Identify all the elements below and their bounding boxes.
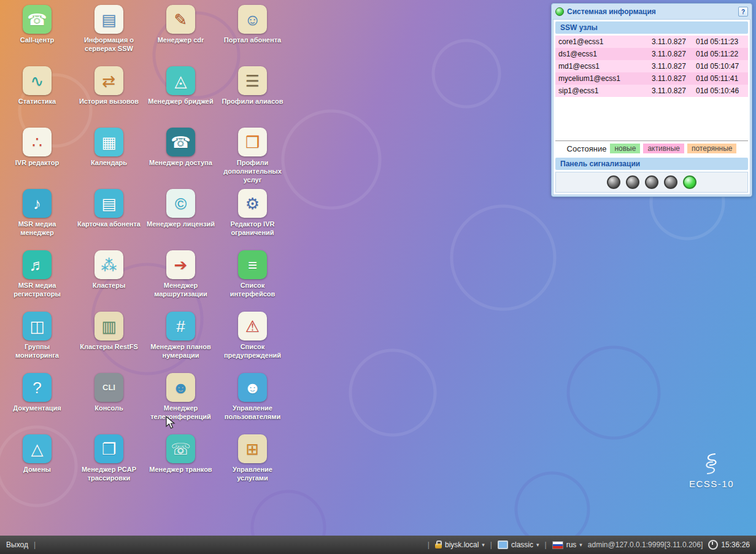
theme-label: classic — [511, 541, 533, 549]
chevron-down-icon: ▾ — [579, 542, 582, 548]
cluster-nodes-icon: ⁂ — [94, 250, 123, 279]
lock-icon — [435, 544, 442, 548]
desktop-icon-label: Управление пользователями — [218, 404, 288, 421]
desktop-icon-domains[interactable]: △Домены — [1, 434, 73, 496]
alarm-led-gray[interactable] — [607, 175, 620, 189]
desktop-icon-ivr-editor[interactable]: ∴IVR редактор — [1, 128, 73, 189]
people-icon: ☻ — [166, 373, 195, 402]
gears-icon: ⚙ — [238, 189, 267, 218]
theme-selector[interactable]: classic ▾ — [498, 541, 539, 549]
icon-glyph: ◬ — [175, 73, 187, 89]
time-label: 15:36:26 — [721, 541, 750, 549]
chevron-down-icon: ▾ — [536, 542, 539, 548]
icon-glyph: # — [176, 318, 185, 334]
separator: | — [34, 541, 36, 549]
desktop-icon-interface-list[interactable]: ≡Список интерфейсов — [217, 250, 288, 312]
desktop-icon-alias-profiles[interactable]: ☰Профили алиасов — [217, 66, 288, 128]
node-row[interactable]: md1@ecss13.11.0.82701d 05:10:47 — [555, 60, 748, 72]
icon-glyph: ☺ — [244, 12, 261, 28]
node-row[interactable]: ds1@ecss13.11.0.82701d 05:11:22 — [555, 48, 748, 60]
node-row[interactable]: core1@ecss13.11.0.82701d 05:11:23 — [555, 36, 748, 48]
icon-glyph: © — [175, 196, 187, 212]
document-lines-icon: ☰ — [238, 66, 267, 95]
ssw-nodes-header: SSW узлы — [555, 21, 748, 34]
desktop-icon-ivr-restrictions-editor[interactable]: ⚙Редактор IVR ограничений — [217, 189, 288, 250]
node-version: 3.11.0.827 — [652, 62, 696, 71]
node-name: ds1@ecss1 — [558, 50, 652, 58]
desktop-icon-subscriber-card[interactable]: ▤Карточка абонента — [73, 189, 145, 250]
desktop-icon-label: MSR медиа регистраторы — [2, 282, 72, 299]
desktop-icon-warning-list[interactable]: ⚠Список предупреждений — [217, 312, 288, 373]
status-legend: Состояние новыеактивныепотерянные — [555, 140, 748, 156]
desktop-icon-call-center[interactable]: ☎Call-центр — [1, 5, 73, 66]
desktop-icon-label: Менеджер планов нумерации — [146, 343, 216, 360]
desktop-icon-user-management[interactable]: ☻Управление пользователями — [217, 373, 288, 434]
desktop-icon-label: Менеджер доступа — [149, 159, 212, 167]
desktop-icon-msr-media-manager[interactable]: ♪MSR медиа менеджер — [1, 189, 73, 250]
desktop-icon-msr-media-recorders[interactable]: ♬MSR медиа регистраторы — [1, 250, 73, 312]
alarm-led-green[interactable] — [683, 175, 696, 189]
icon-glyph: ? — [33, 380, 41, 396]
desktop-icon-access-manager[interactable]: ☎Менеджер доступа — [145, 128, 217, 189]
node-row[interactable]: mycelium1@ecss13.11.0.82701d 05:11:41 — [555, 72, 748, 85]
exit-button[interactable]: Выход — [6, 541, 28, 549]
domain-selector[interactable]: biysk.local ▾ — [435, 541, 485, 549]
desktop-icon-label: Менеджер лицензий — [147, 220, 215, 229]
desktop-icon-service-management[interactable]: ⊞Управление услугами — [217, 434, 288, 496]
icon-glyph: ⚠ — [245, 318, 260, 334]
desktop-icon-statistics[interactable]: ∿Статистика — [1, 66, 73, 128]
desktop-icon-teleconference-manager[interactable]: ☻Менеджер телеконференций — [145, 373, 217, 434]
clipboard-icon: ✎ — [166, 5, 195, 34]
icon-glyph: △ — [31, 441, 44, 457]
desktop-icon-call-history[interactable]: ⇄История вызовов — [73, 66, 145, 128]
desktop-icon-documentation[interactable]: ?Документация — [1, 373, 73, 434]
system-info-titlebar[interactable]: Системная информация ? — [553, 5, 750, 19]
desktop-icon-numbering-plan-manager[interactable]: #Менеджер планов нумерации — [145, 312, 217, 373]
desktop-icon-license-manager[interactable]: ©Менеджер лицензий — [145, 189, 217, 250]
desktop-icon-subscriber-portal[interactable]: ☺Портал абонента — [217, 5, 288, 66]
icon-glyph: ▤ — [101, 196, 117, 212]
legend-badges: новыеактивныепотерянные — [610, 144, 736, 153]
clock: 15:36:26 — [708, 540, 750, 550]
chevron-down-icon: ▾ — [482, 542, 485, 548]
taskbar-right: | biysk.local ▾ | classic ▾ | rus ▾ admi… — [428, 540, 750, 550]
alarm-bell-icon: ⚠ — [238, 312, 267, 340]
monitor-user-icon: ☺ — [238, 5, 267, 34]
desktop-icon-pcap-trace-manager[interactable]: ❐Менеджер PCAP трассировки — [73, 434, 145, 496]
desktop-icon-routing-manager[interactable]: ➔Менеджер маршрутизации — [145, 250, 217, 312]
desktop-icon-label: Карточка абонента — [77, 220, 141, 229]
desktop-icon-monitoring-groups[interactable]: ◫Группы мониторинга — [1, 312, 73, 373]
language-selector[interactable]: rus ▾ — [552, 541, 582, 549]
node-uptime: 01d 05:11:22 — [696, 50, 745, 58]
node-row[interactable]: sip1@ecss13.11.0.82701d 05:10:46 — [555, 85, 748, 97]
interface-list-icon: ≡ — [238, 250, 267, 279]
desktop-icon-supplementary-services-profiles[interactable]: ❒Профили дополнительных услуг — [217, 128, 288, 189]
server-gear-icon: ▥ — [94, 312, 123, 340]
help-button[interactable]: ? — [738, 7, 748, 17]
desktop-icon-restfs-clusters[interactable]: ▥Кластеры RestFS — [73, 312, 145, 373]
icon-glyph: ▥ — [101, 318, 117, 334]
desktop-icon-label: Call-центр — [20, 36, 54, 45]
node-name: sip1@ecss1 — [558, 87, 652, 95]
desktop-icon-clusters[interactable]: ⁂Кластеры — [73, 250, 145, 312]
node-uptime: 01d 05:11:23 — [696, 37, 745, 46]
desktop-icon-calendar[interactable]: ▦Календарь — [73, 128, 145, 189]
icon-glyph: ⁂ — [101, 257, 117, 273]
alarm-led-gray[interactable] — [664, 175, 677, 189]
desktop-icon-cdr-manager[interactable]: ✎Менеджер cdr — [145, 5, 217, 66]
chart-icon: ∿ — [23, 66, 52, 95]
status-legend-label: Состояние — [567, 144, 607, 153]
dialpad-icon: # — [166, 312, 195, 340]
monitor-group-icon: ◫ — [23, 312, 52, 340]
copyright-icon: © — [166, 189, 195, 218]
alarm-led-gray[interactable] — [645, 175, 658, 189]
desktop-icon-bridge-manager[interactable]: ◬Менеджер бриджей — [145, 66, 217, 128]
alarm-led-gray[interactable] — [626, 175, 639, 189]
desktop-icon-ssw-servers-info[interactable]: ▤Информация о серверах SSW — [73, 5, 145, 66]
alarm-panel-header: Панель сигнализации — [555, 158, 748, 170]
legend-badge-new: новые — [610, 144, 640, 153]
ecss-logo-text: ECSS-10 — [689, 479, 734, 489]
node-uptime: 01d 05:10:47 — [696, 62, 745, 71]
desktop-icon-console[interactable]: CLIКонсоль — [73, 373, 145, 434]
desktop-icon-trunk-manager[interactable]: ☏Менеджер транков — [145, 434, 217, 496]
